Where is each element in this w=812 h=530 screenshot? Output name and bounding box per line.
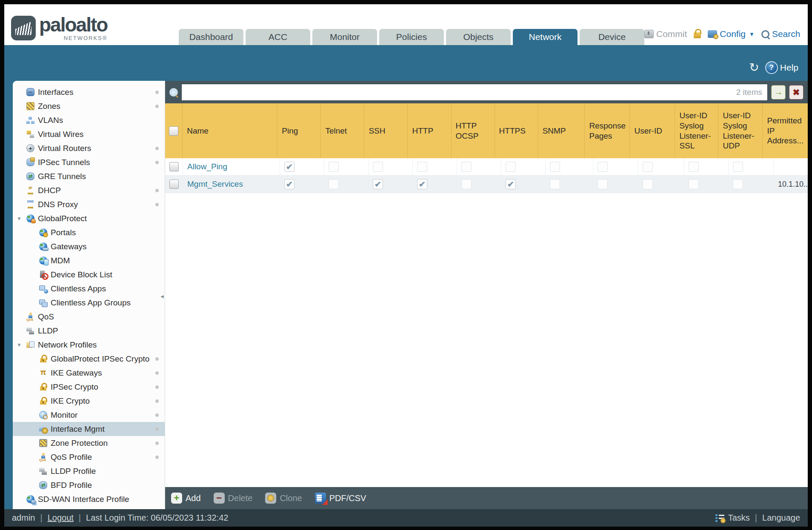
sidebar-item-label: Virtual Routers bbox=[38, 144, 91, 153]
clear-filter-button[interactable]: ✖ bbox=[789, 85, 803, 100]
sidebar-item-clientless-app-groups[interactable]: Clientless App Groups bbox=[13, 296, 165, 310]
sidebar-item-virtual-routers[interactable]: Virtual Routers bbox=[13, 141, 165, 155]
delete-icon: − bbox=[214, 493, 225, 504]
sidebar-item-lldp[interactable]: LLDP bbox=[13, 324, 165, 338]
column-header-name[interactable]: Name bbox=[183, 103, 277, 158]
item-dot bbox=[155, 147, 159, 150]
profile-link[interactable]: Mgmt_Services bbox=[187, 180, 243, 189]
mdm-icon bbox=[39, 256, 47, 265]
sidebar-item-interfaces[interactable]: Interfaces bbox=[13, 85, 165, 99]
globalprotect-icon bbox=[26, 214, 34, 222]
sidebar-item-portals[interactable]: Portals bbox=[13, 225, 165, 239]
ikegateways-icon bbox=[39, 369, 47, 377]
tab-objects[interactable]: Objects bbox=[446, 29, 511, 45]
unchecked-checkbox-icon bbox=[550, 179, 560, 189]
unchecked-checkbox-icon bbox=[373, 162, 383, 172]
tab-device[interactable]: Device bbox=[580, 29, 644, 45]
sidebar-item-network-profiles[interactable]: ▼Network Profiles bbox=[13, 338, 165, 352]
column-header-telnet[interactable]: Telnet bbox=[321, 103, 364, 158]
commit-button[interactable]: Commit bbox=[644, 29, 687, 39]
language-button[interactable]: Language bbox=[762, 513, 800, 523]
clone-button[interactable]: Clone bbox=[265, 493, 302, 504]
sidebar-item-qos[interactable]: QoS bbox=[13, 310, 165, 324]
column-header-uid_ssl[interactable]: User-ID Syslog Listener-SSL bbox=[675, 103, 718, 158]
sidebar-item-virtual-wires[interactable]: Virtual Wires bbox=[13, 127, 165, 141]
tab-acc[interactable]: ACC bbox=[246, 29, 310, 45]
cell-name: Mgmt_Services bbox=[183, 176, 280, 193]
column-header-ping[interactable]: Ping bbox=[277, 103, 321, 158]
column-header-ssh[interactable]: SSH bbox=[364, 103, 408, 158]
sidebar-item-interface-mgmt[interactable]: Interface Mgmt bbox=[13, 422, 165, 436]
lock-icon[interactable] bbox=[694, 32, 701, 38]
sidebar-item-dns-proxy[interactable]: DNS Proxy bbox=[13, 197, 165, 211]
tab-policies[interactable]: Policies bbox=[379, 29, 444, 45]
sidebar-item-ipsec-tunnels[interactable]: IPSec Tunnels bbox=[13, 155, 165, 169]
apply-filter-button[interactable]: → bbox=[771, 85, 786, 100]
item-dot bbox=[155, 456, 159, 459]
row-checkbox[interactable] bbox=[169, 162, 179, 171]
sidebar-item-ipsec-crypto[interactable]: IPSec Crypto bbox=[13, 380, 165, 394]
column-header-uid_udp[interactable]: User-ID Syslog Listener-UDP bbox=[718, 103, 763, 158]
sidebar-item-device-block-list[interactable]: Device Block List bbox=[13, 268, 165, 282]
help-button[interactable]: ? Help bbox=[765, 61, 798, 74]
commit-icon bbox=[644, 30, 654, 38]
column-header-response_pages[interactable]: Response Pages bbox=[585, 103, 630, 158]
sidebar-item-sd-wan-interface-profile[interactable]: SD-WAN Interface Profile bbox=[13, 492, 165, 506]
row-checkbox[interactable] bbox=[169, 180, 179, 189]
column-header-permitted_ip[interactable]: Permitted IP Address... bbox=[763, 103, 808, 158]
expander-caret-icon[interactable]: ▼ bbox=[17, 216, 22, 222]
select-all-checkbox[interactable] bbox=[169, 126, 178, 136]
sidebar-item-bfd-profile[interactable]: BFD Profile bbox=[13, 478, 165, 492]
sidebar-item-zones[interactable]: Zones bbox=[13, 99, 165, 113]
column-header-label: Telnet bbox=[325, 126, 347, 136]
sidebar-item-gateways[interactable]: Gateways bbox=[13, 239, 165, 254]
sidebar-item-qos-profile[interactable]: QoS Profile bbox=[13, 450, 165, 464]
sidebar-item-globalprotect[interactable]: ▼GlobalProtect bbox=[13, 211, 165, 225]
tasks-button[interactable]: Tasks bbox=[728, 513, 750, 523]
refresh-icon[interactable]: ↻ bbox=[749, 62, 759, 73]
cell-response_pages bbox=[593, 176, 638, 193]
checked-checkbox-icon: ✔ bbox=[373, 179, 383, 189]
sidebar-item-ike-crypto[interactable]: IKE Crypto bbox=[13, 394, 165, 408]
column-header-http[interactable]: HTTP bbox=[408, 103, 451, 158]
sidebar-item-vlans[interactable]: VLANs bbox=[13, 113, 165, 127]
add-button[interactable]: + Add bbox=[171, 493, 201, 504]
sidebar-item-gre-tunnels[interactable]: GRE Tunnels bbox=[13, 169, 165, 183]
sidebar-item-label: SD-WAN Interface Profile bbox=[38, 495, 129, 504]
unchecked-checkbox-icon bbox=[461, 179, 472, 189]
sidebar-item-globalprotect-ipsec-crypto[interactable]: GlobalProtect IPSec Crypto bbox=[13, 352, 165, 366]
column-header-http_ocsp[interactable]: HTTP OCSP bbox=[452, 103, 495, 158]
column-header-label: HTTPS bbox=[499, 126, 526, 136]
global-search-button[interactable]: Search bbox=[761, 29, 801, 39]
column-header-https[interactable]: HTTPS bbox=[495, 103, 538, 158]
logout-link[interactable]: Logout bbox=[48, 513, 74, 523]
tab-network[interactable]: Network bbox=[513, 29, 578, 45]
tab-monitor[interactable]: Monitor bbox=[312, 29, 377, 45]
commit-label: Commit bbox=[656, 29, 687, 39]
sidebar-collapse-icon[interactable]: ◄ bbox=[160, 293, 165, 299]
sidebar-item-mdm[interactable]: MDM bbox=[13, 254, 165, 268]
sidebar-item-label: IPSec Crypto bbox=[51, 382, 98, 392]
sidebar-item-ike-gateways[interactable]: IKE Gateways bbox=[13, 366, 165, 380]
config-menu[interactable]: Config ▼ bbox=[708, 29, 755, 39]
tab-dashboard[interactable]: Dashboard bbox=[179, 29, 243, 45]
filter-input[interactable] bbox=[182, 84, 736, 100]
item-dot bbox=[155, 91, 159, 94]
permitted-ip-value: 10.1.10... bbox=[778, 180, 808, 189]
item-dot bbox=[155, 385, 159, 389]
item-dot bbox=[155, 357, 159, 361]
sidebar-item-dhcp[interactable]: DHCP bbox=[13, 183, 165, 197]
sidebar-item-clientless-apps[interactable]: Clientless Apps bbox=[13, 282, 165, 296]
profile-link[interactable]: Allow_Ping bbox=[187, 162, 227, 171]
column-header-select[interactable] bbox=[165, 103, 183, 158]
pdf-csv-button[interactable]: PDF/CSV bbox=[315, 493, 366, 504]
expander-caret-icon[interactable]: ▼ bbox=[17, 342, 22, 348]
delete-button[interactable]: − Delete bbox=[214, 493, 253, 504]
sidebar-item-monitor[interactable]: Monitor bbox=[13, 408, 165, 422]
table-header: NamePingTelnetSSHHTTPHTTP OCSPHTTPSSNMPR… bbox=[165, 103, 808, 158]
sidebar-item-lldp-profile[interactable]: LLDP Profile bbox=[13, 464, 165, 478]
column-header-user_id[interactable]: User-ID bbox=[630, 103, 675, 158]
cell-telnet bbox=[324, 158, 369, 175]
sidebar-item-zone-protection[interactable]: Zone Protection bbox=[13, 436, 165, 450]
column-header-snmp[interactable]: SNMP bbox=[538, 103, 585, 158]
